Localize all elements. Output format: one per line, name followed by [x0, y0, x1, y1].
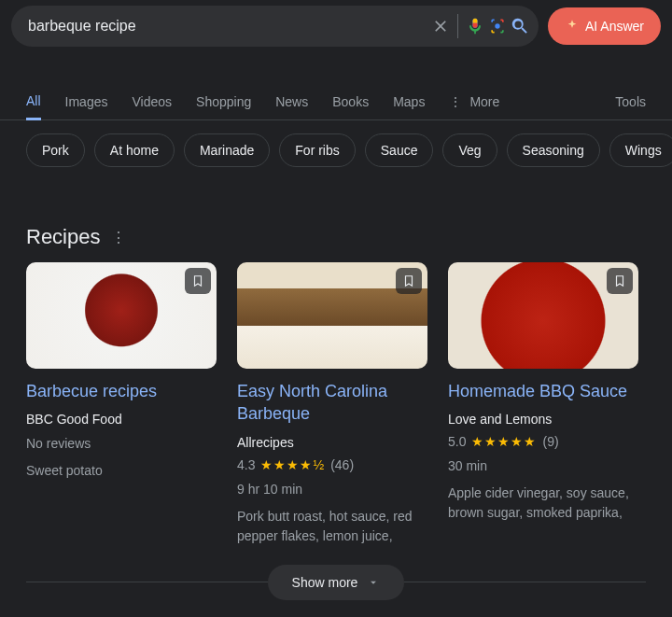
- clear-icon[interactable]: [429, 15, 452, 37]
- recipe-desc: Sweet potato: [26, 461, 217, 481]
- search-input[interactable]: [28, 18, 429, 35]
- rating-stars: ★★★★★: [471, 434, 537, 449]
- search-bar: AI Answer: [0, 0, 672, 52]
- chip[interactable]: Sauce: [365, 133, 434, 167]
- recipe-desc: Pork butt roast, hot sauce, red pepper f…: [237, 507, 427, 546]
- chip[interactable]: Seasoning: [507, 133, 600, 167]
- chevron-down-icon: [367, 576, 380, 589]
- tab-images[interactable]: Images: [65, 85, 108, 119]
- recipe-source: Allrecipes: [237, 435, 427, 450]
- bookmark-icon[interactable]: [396, 268, 422, 294]
- lens-icon[interactable]: [486, 15, 509, 37]
- recipe-title[interactable]: Easy North Carolina Barbeque: [237, 380, 427, 426]
- recipe-thumbnail[interactable]: [448, 262, 638, 369]
- recipe-time: 30 min: [448, 456, 638, 476]
- rating-count: (46): [330, 457, 354, 472]
- recipe-rating: 4.3 ★★★★½ (46): [237, 457, 427, 472]
- recipe-time: 9 hr 10 min: [237, 480, 427, 499]
- rating-stars: ★★★★½: [260, 457, 325, 472]
- show-more-row: Show more: [0, 565, 672, 600]
- tab-shopping[interactable]: Shopping: [196, 85, 251, 119]
- recipes-section: Recipes ⋮ Barbecue recipes BBC Good Food…: [0, 225, 672, 546]
- recipe-card: Barbecue recipes BBC Good Food No review…: [26, 262, 217, 546]
- recipe-thumbnail[interactable]: [26, 262, 217, 369]
- rating-value: 4.3: [237, 457, 255, 472]
- tab-all[interactable]: All: [26, 84, 41, 120]
- bookmark-icon[interactable]: [185, 268, 211, 294]
- section-menu-icon[interactable]: ⋮: [111, 229, 126, 246]
- chip[interactable]: At home: [94, 133, 175, 167]
- tab-books[interactable]: Books: [332, 85, 369, 119]
- chip[interactable]: For ribs: [279, 133, 355, 167]
- ai-answer-button[interactable]: AI Answer: [548, 7, 661, 45]
- search-pill: [11, 6, 539, 47]
- chip[interactable]: Marinade: [184, 133, 270, 167]
- tab-maps[interactable]: Maps: [393, 85, 425, 119]
- recipe-card: Homemade BBQ Sauce Love and Lemons 5.0 ★…: [448, 262, 638, 546]
- svg-point-0: [495, 23, 499, 28]
- recipe-source: Love and Lemons: [448, 412, 638, 427]
- tab-more[interactable]: ⋮ More: [449, 94, 499, 109]
- search-icon[interactable]: [509, 15, 531, 37]
- chip[interactable]: Wings: [609, 133, 672, 167]
- chip[interactable]: Pork: [26, 133, 85, 167]
- result-tabs: All Images Videos Shopping News Books Ma…: [0, 84, 672, 120]
- chip[interactable]: Veg: [442, 133, 497, 167]
- rating-value: 5.0: [448, 434, 466, 449]
- tab-more-label: More: [469, 94, 499, 109]
- filter-chips: Pork At home Marinade For ribs Sauce Veg…: [0, 120, 672, 167]
- show-more-button[interactable]: Show more: [268, 565, 405, 600]
- mic-icon[interactable]: [464, 15, 486, 37]
- ai-answer-label: AI Answer: [585, 19, 644, 34]
- recipe-cards: Barbecue recipes BBC Good Food No review…: [26, 262, 646, 546]
- sparkle-icon: [565, 19, 580, 34]
- tab-videos[interactable]: Videos: [132, 85, 172, 119]
- tools-button[interactable]: Tools: [615, 94, 646, 109]
- more-dots-icon: ⋮: [449, 94, 462, 109]
- divider: [457, 14, 458, 38]
- divider: [26, 582, 268, 582]
- bookmark-icon[interactable]: [607, 268, 633, 294]
- recipe-reviews: No reviews: [26, 434, 217, 454]
- recipe-desc: Apple cider vinegar, soy sauce, brown su…: [448, 484, 638, 523]
- recipe-source: BBC Good Food: [26, 412, 217, 427]
- section-title: Recipes: [26, 225, 100, 249]
- recipe-title[interactable]: Barbecue recipes: [26, 380, 217, 402]
- recipe-title[interactable]: Homemade BBQ Sauce: [448, 380, 638, 402]
- recipe-thumbnail[interactable]: [237, 262, 427, 369]
- show-more-label: Show more: [292, 575, 358, 590]
- recipe-rating: 5.0 ★★★★★ (9): [448, 434, 638, 449]
- section-header: Recipes ⋮: [26, 225, 646, 249]
- rating-count: (9): [542, 434, 558, 449]
- tab-news[interactable]: News: [275, 85, 308, 119]
- divider: [404, 582, 646, 582]
- recipe-card: Easy North Carolina Barbeque Allrecipes …: [237, 262, 427, 546]
